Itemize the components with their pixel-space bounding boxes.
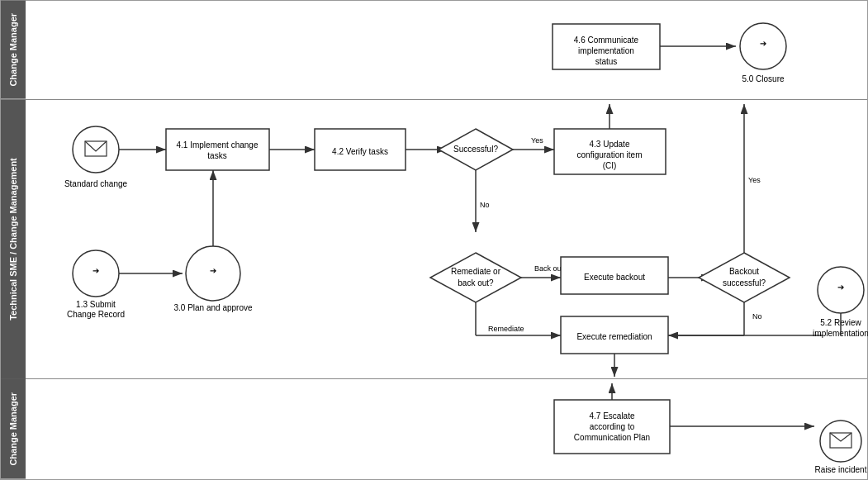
- lane-technical-sme: Technical SME / Change Management Standa…: [1, 100, 867, 380]
- lane-content-cm-bottom: 4.7 Escalate according to Communication …: [26, 379, 867, 479]
- backout-successful-text: Backout: [729, 266, 759, 275]
- closure-icon: ➔: [760, 39, 766, 48]
- submit-change-label2: Change Record: [67, 309, 125, 318]
- standard-change-label: Standard change: [64, 178, 128, 188]
- lane-content-cm-top: 4.6 Communicate implementation status ➔ …: [26, 1, 867, 99]
- implement-rect: [166, 129, 269, 170]
- update-ci-text3: (CI): [603, 160, 617, 169]
- submit-change-icon: ➔: [92, 265, 99, 274]
- lane-label-tech-sme: Technical SME / Change Management: [1, 100, 26, 379]
- review-impl-icon: ➔: [837, 282, 844, 291]
- communicate-text3: status: [595, 57, 618, 66]
- escalate-text: 4.7 Escalate: [589, 411, 634, 421]
- remediate-label: Remediate: [488, 325, 524, 333]
- yes-label: Yes: [531, 136, 543, 145]
- verify-text: 4.2 Verify tasks: [332, 146, 388, 155]
- plan-approve-label: 3.0 Plan and approve: [173, 302, 253, 311]
- lane-change-manager-top: Change Manager 4.6 Communicate implement…: [1, 1, 867, 100]
- lane-change-manager-bottom: Change Manager 4.7 Escalate according to…: [1, 379, 867, 479]
- communicate-text2: implementation: [578, 46, 634, 55]
- implement-text: 4.1 Implement change: [177, 140, 259, 149]
- update-ci-text: 4.3 Update: [590, 139, 630, 148]
- backout-label: Back out: [534, 264, 564, 273]
- execute-backout-text: Execute backout: [584, 272, 645, 281]
- execute-remediation-text: Execute remediation: [576, 331, 652, 340]
- escalate-text3: Communication Plan: [574, 433, 650, 442]
- plan-approve-icon: ➔: [210, 265, 216, 274]
- no-label1: No: [480, 201, 490, 209]
- raise-incident-label: Raise incident: [815, 465, 867, 474]
- lane-label-cm-top: Change Manager: [1, 1, 26, 99]
- submit-change-label: 1.3 Submit: [76, 299, 116, 308]
- no-label2: No: [752, 312, 762, 321]
- communicate-text: 4.6 Communicate: [574, 36, 639, 45]
- successful-text: Successful?: [453, 144, 498, 153]
- closure-text: 5.0 Closure: [742, 74, 785, 83]
- remediate-text2: back out?: [458, 278, 494, 287]
- lane-content-tech-sme: Standard change ➔ 1.3 Submit Change Reco…: [26, 100, 867, 379]
- backout-successful-text2: successful?: [723, 278, 766, 287]
- standard-change-circle: [73, 126, 119, 173]
- lane-label-cm-bottom: Change Manager: [1, 379, 26, 479]
- update-ci-text2: configuration item: [577, 150, 643, 159]
- implement-text2: tasks: [207, 150, 226, 159]
- diagram-container: Change Manager 4.6 Communicate implement…: [0, 0, 868, 480]
- escalate-text2: according to: [590, 422, 635, 431]
- remediate-text: Remediate or: [451, 266, 501, 275]
- yes-label2: Yes: [748, 176, 761, 184]
